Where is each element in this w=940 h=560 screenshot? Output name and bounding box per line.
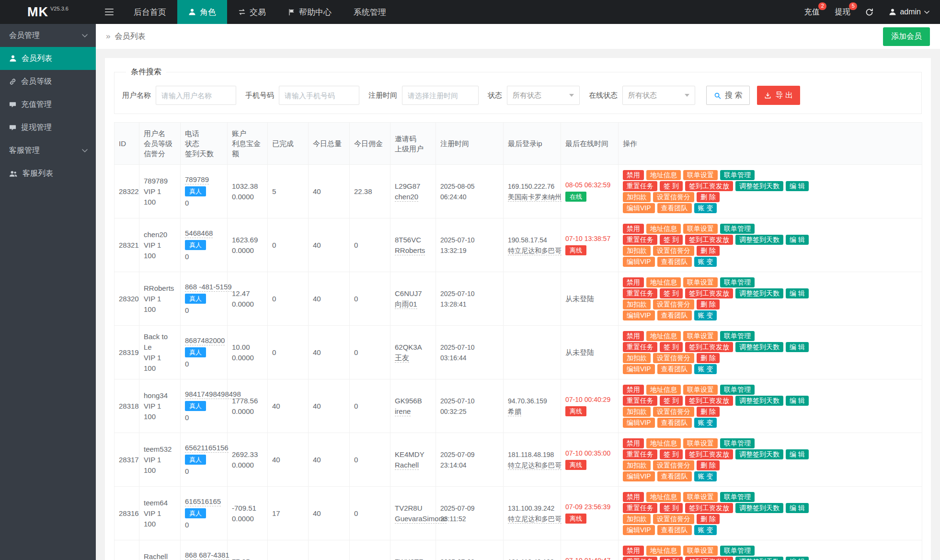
sign-in-salary-button[interactable]: 签到工资发放: [685, 235, 733, 245]
account-change-button[interactable]: 账 变: [694, 525, 717, 535]
disable-button[interactable]: 禁用: [623, 277, 644, 287]
sign-in-button[interactable]: 签 到: [660, 449, 683, 459]
delete-button[interactable]: 删 除: [697, 460, 720, 470]
order-manage-button[interactable]: 联单管理: [720, 331, 755, 341]
nav-item-5[interactable]: 系统管理: [343, 0, 397, 24]
parent-user[interactable]: GuevaraSimone: [395, 514, 447, 524]
view-team-button[interactable]: 查看团队: [657, 310, 692, 320]
status-select[interactable]: 所有状态: [507, 86, 580, 105]
reset-task-button[interactable]: 重置任务: [623, 557, 657, 560]
reset-task-button[interactable]: 重置任务: [623, 342, 657, 352]
parent-user[interactable]: chen20: [395, 193, 418, 202]
withdraw-link[interactable]: 提现 5: [835, 7, 850, 17]
account-change-button[interactable]: 账 变: [694, 364, 717, 374]
set-credit-button[interactable]: 设置信誉分: [653, 407, 694, 417]
order-manage-button[interactable]: 联单管理: [720, 438, 755, 448]
nav-item-2[interactable]: 角色: [177, 0, 227, 24]
member-phone[interactable]: 5468468: [185, 229, 213, 238]
reset-task-button[interactable]: 重置任务: [623, 181, 657, 191]
reset-task-button[interactable]: 重置任务: [623, 396, 657, 406]
member-phone[interactable]: 868 687-4381: [185, 551, 229, 560]
delete-button[interactable]: 删 除: [697, 407, 720, 417]
recharge-link[interactable]: 充值 2: [804, 7, 819, 17]
phone-input[interactable]: [279, 86, 359, 105]
sign-in-button[interactable]: 签 到: [660, 288, 683, 298]
edit-vip-button[interactable]: 编辑VIP: [623, 471, 655, 481]
register-time-input[interactable]: [402, 86, 479, 105]
edit-button[interactable]: 编 辑: [786, 449, 809, 459]
add-deduct-button[interactable]: 加扣款: [623, 246, 651, 256]
order-manage-button[interactable]: 联单管理: [720, 385, 755, 395]
order-settings-button[interactable]: 联单设置: [683, 331, 718, 341]
address-info-button[interactable]: 地址信息: [646, 546, 681, 556]
add-member-button[interactable]: 添加会员: [883, 27, 930, 46]
account-change-button[interactable]: 账 变: [694, 257, 717, 267]
sign-in-button[interactable]: 签 到: [660, 342, 683, 352]
online-status-select[interactable]: 所有状态: [622, 86, 695, 105]
sidebar-item-7[interactable]: 客服列表: [0, 162, 96, 185]
address-info-button[interactable]: 地址信息: [646, 385, 681, 395]
view-team-button[interactable]: 查看团队: [657, 203, 692, 213]
ip-location[interactable]: 特立尼达和多巴哥: [508, 515, 562, 524]
refresh-button[interactable]: [865, 8, 873, 16]
disable-button[interactable]: 禁用: [623, 224, 644, 234]
hamburger-icon[interactable]: [96, 0, 123, 24]
edit-button[interactable]: 编 辑: [786, 503, 809, 513]
reset-task-button[interactable]: 重置任务: [623, 503, 657, 513]
sidebar-item-2[interactable]: 会员列表: [0, 47, 96, 70]
adjust-sign-days-button[interactable]: 调整签到天数: [735, 235, 783, 245]
parent-user[interactable]: 向雨01: [395, 300, 417, 309]
edit-button[interactable]: 编 辑: [786, 235, 809, 245]
order-manage-button[interactable]: 联单管理: [720, 224, 755, 234]
sign-in-button[interactable]: 签 到: [660, 235, 683, 245]
edit-vip-button[interactable]: 编辑VIP: [623, 203, 655, 213]
account-change-button[interactable]: 账 变: [694, 310, 717, 320]
delete-button[interactable]: 删 除: [697, 192, 720, 202]
parent-user[interactable]: 王友: [395, 354, 409, 363]
adjust-sign-days-button[interactable]: 调整签到天数: [735, 288, 783, 298]
address-info-button[interactable]: 地址信息: [646, 331, 681, 341]
member-phone[interactable]: 616516165: [185, 497, 221, 506]
add-deduct-button[interactable]: 加扣款: [623, 192, 651, 202]
order-settings-button[interactable]: 联单设置: [683, 385, 718, 395]
nav-item-4[interactable]: 帮助中心: [277, 0, 343, 24]
member-phone[interactable]: 789789: [185, 175, 209, 184]
sign-in-salary-button[interactable]: 签到工资发放: [685, 557, 733, 560]
account-change-button[interactable]: 账 变: [694, 203, 717, 213]
order-manage-button[interactable]: 联单管理: [720, 546, 755, 556]
disable-button[interactable]: 禁用: [623, 438, 644, 448]
order-settings-button[interactable]: 联单设置: [683, 492, 718, 502]
order-settings-button[interactable]: 联单设置: [683, 170, 718, 180]
nav-item-1[interactable]: 后台首页: [123, 0, 177, 24]
disable-button[interactable]: 禁用: [623, 546, 644, 556]
order-manage-button[interactable]: 联单管理: [720, 492, 755, 502]
adjust-sign-days-button[interactable]: 调整签到天数: [735, 503, 783, 513]
sign-in-salary-button[interactable]: 签到工资发放: [685, 342, 733, 352]
member-phone[interactable]: 8687482000: [185, 336, 225, 345]
adjust-sign-days-button[interactable]: 调整签到天数: [735, 181, 783, 191]
edit-vip-button[interactable]: 编辑VIP: [623, 257, 655, 267]
address-info-button[interactable]: 地址信息: [646, 492, 681, 502]
add-deduct-button[interactable]: 加扣款: [623, 353, 651, 363]
add-deduct-button[interactable]: 加扣款: [623, 407, 651, 417]
ip-location[interactable]: 特立尼达和多巴哥: [508, 247, 562, 255]
order-settings-button[interactable]: 联单设置: [683, 277, 718, 287]
parent-user[interactable]: RRoberts: [395, 246, 425, 255]
edit-button[interactable]: 编 辑: [786, 557, 809, 560]
add-deduct-button[interactable]: 加扣款: [623, 460, 651, 470]
disable-button[interactable]: 禁用: [623, 331, 644, 341]
view-team-button[interactable]: 查看团队: [657, 257, 692, 267]
delete-button[interactable]: 删 除: [697, 353, 720, 363]
sign-in-button[interactable]: 签 到: [660, 503, 683, 513]
add-deduct-button[interactable]: 加扣款: [623, 514, 651, 524]
nav-item-3[interactable]: 交易: [227, 0, 277, 24]
view-team-button[interactable]: 查看团队: [657, 525, 692, 535]
sidebar-item-4[interactable]: 充值管理: [0, 93, 96, 116]
order-settings-button[interactable]: 联单设置: [683, 224, 718, 234]
order-settings-button[interactable]: 联单设置: [683, 438, 718, 448]
edit-vip-button[interactable]: 编辑VIP: [623, 310, 655, 320]
username-input[interactable]: [156, 86, 236, 105]
set-credit-button[interactable]: 设置信誉分: [653, 246, 694, 256]
sign-in-salary-button[interactable]: 签到工资发放: [685, 449, 733, 459]
view-team-button[interactable]: 查看团队: [657, 364, 692, 374]
